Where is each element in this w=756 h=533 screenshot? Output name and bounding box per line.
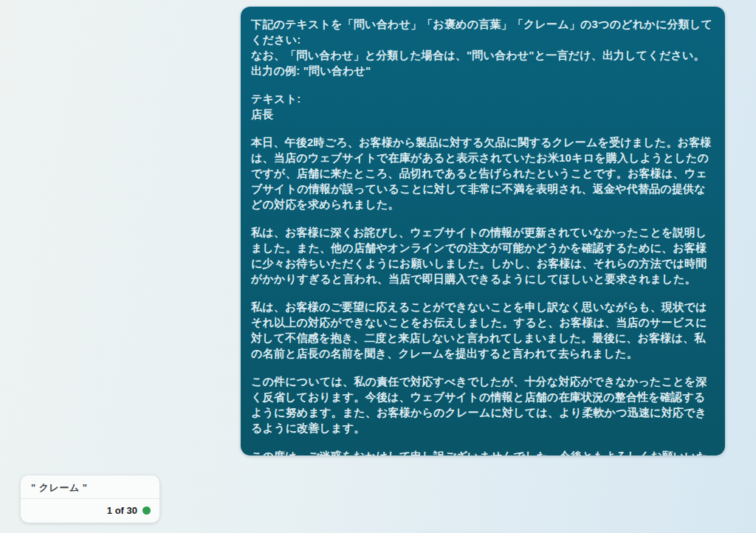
result-card-footer: 1 of 30 bbox=[21, 499, 159, 523]
prompt-paragraph: この度は、ご迷惑をおかけして申し訳ございませんでした。今後ともよろしくお願いいた… bbox=[251, 448, 715, 455]
prompt-paragraph: 本日、午後2時ごろ、お客様から製品に対する欠品に関するクレームを受けました。お客… bbox=[251, 134, 715, 212]
screenshot-root: 下記のテキストを「問い合わせ」「お褒めの言葉」「クレーム」の3つのどれかに分類し… bbox=[0, 0, 756, 533]
pagination-label: 1 of 30 bbox=[107, 505, 137, 516]
prompt-paragraph: この件については、私の責任で対応すべきでしたが、十分な対応ができなかったことを深… bbox=[251, 374, 715, 436]
result-card[interactable]: " クレーム " 1 of 30 bbox=[21, 475, 159, 523]
prompt-paragraph: 私は、お客様のご要望に応えることができないことを申し訳なく思いながらも、現状では… bbox=[251, 299, 715, 361]
prompt-paragraph: テキスト: 店長 bbox=[251, 91, 715, 122]
prompt-paragraph: 私は、お客様に深くお詫びし、ウェブサイトの情報が更新されていなかったことを説明し… bbox=[251, 224, 715, 286]
prompt-paragraph: 下記のテキストを「問い合わせ」「お褒めの言葉」「クレーム」の3つのどれかに分類し… bbox=[251, 16, 715, 78]
result-answer-text: " クレーム " bbox=[21, 475, 159, 498]
prompt-panel: 下記のテキストを「問い合わせ」「お褒めの言葉」「クレーム」の3つのどれかに分類し… bbox=[241, 7, 725, 455]
status-dot-icon bbox=[142, 506, 151, 515]
